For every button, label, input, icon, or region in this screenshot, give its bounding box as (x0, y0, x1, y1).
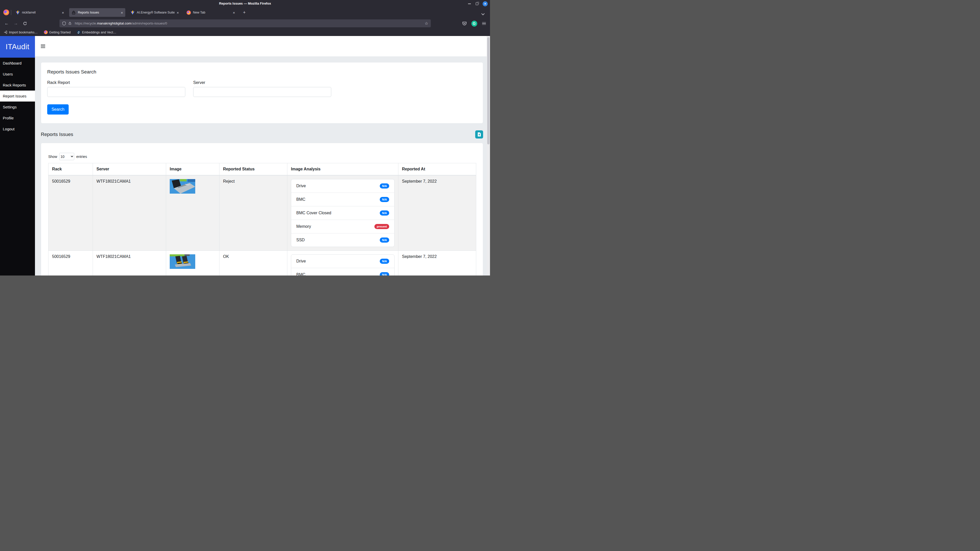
tab-label: Reports Issues (78, 11, 119, 14)
grammarly-extension-button[interactable]: G (471, 20, 478, 27)
firefox-icon (3, 10, 9, 15)
status-badge: N/A (380, 210, 389, 216)
analysis-item: SSD N/A (291, 233, 394, 247)
sidebar: ITAudit Dashboard Users Rack Reports Rep… (0, 36, 35, 275)
status-badge: N/A (380, 259, 389, 264)
page-viewport: ITAudit Dashboard Users Rack Reports Rep… (0, 36, 487, 275)
url-bar[interactable]: https://recycle.manaknightdigital.com/ad… (59, 19, 431, 27)
sidebar-item-logout[interactable]: Logout (0, 124, 35, 135)
status-badge: N/A (380, 197, 389, 202)
page-topbar (35, 36, 487, 56)
analysis-item: BMC N/A (291, 268, 394, 275)
rack-report-label: Rack Report (47, 80, 185, 85)
col-rack: Rack (48, 163, 93, 176)
maximize-button[interactable] (474, 1, 480, 6)
file-download-icon (477, 132, 481, 137)
manaknight-logo-icon (130, 11, 135, 15)
minimize-button[interactable] (466, 1, 472, 6)
tab-close-icon[interactable]: × (62, 11, 64, 15)
reload-button[interactable] (21, 20, 29, 27)
sidebar-item-settings[interactable]: Settings (0, 102, 35, 113)
python-circle-icon (77, 30, 81, 34)
bookmark-getting-started[interactable]: Getting Started (44, 30, 71, 34)
navigation-toolbar: ← → https://recycle.manaknightdigital.co… (0, 18, 490, 29)
back-button[interactable]: ← (3, 20, 10, 27)
tab-ai-energy[interactable]: AI.Energy® Software Suite × (128, 8, 181, 17)
sidebar-item-users[interactable]: Users (0, 68, 35, 79)
image-cell (166, 175, 220, 251)
status-badge: N/A (380, 272, 389, 275)
server-photo-thumbnail[interactable] (170, 179, 195, 194)
list-all-tabs-button[interactable] (482, 11, 485, 14)
tab-nickfarrell[interactable]: nickfarrell × (13, 8, 66, 17)
bookmark-star-icon[interactable]: ☆ (425, 21, 428, 26)
analysis-item: Drive N/A (291, 254, 394, 268)
analysis-item: BMC N/A (291, 192, 394, 206)
reports-table: Rack Server Image Reported Status Image … (48, 163, 476, 275)
sidebar-item-report-issues[interactable]: Report Issues (0, 91, 35, 102)
tab-close-icon[interactable]: × (233, 11, 235, 15)
server-input[interactable] (193, 87, 331, 97)
show-label: Show (48, 155, 57, 159)
app-brand: ITAudit (0, 36, 35, 58)
new-tab-button[interactable]: + (243, 10, 246, 15)
tab-close-icon[interactable]: × (121, 11, 123, 15)
pocket-icon (462, 21, 467, 26)
search-button[interactable]: Search (47, 104, 68, 114)
lock-icon[interactable] (68, 21, 72, 25)
tab-new-tab[interactable]: New Tab × (184, 8, 237, 17)
tab-close-icon[interactable]: × (177, 11, 179, 15)
server-field-group: Server (193, 75, 331, 97)
shield-icon[interactable] (62, 21, 66, 25)
status-badge: N/A (380, 238, 389, 243)
bookmark-import-bookmarks[interactable]: Import bookmarks… (3, 30, 38, 34)
window-titlebar: Reports Issues — Mozilla Firefox × (0, 0, 490, 7)
grammarly-icon: G (471, 21, 477, 27)
bookmark-label: Import bookmarks… (9, 30, 38, 34)
sidebar-item-dashboard[interactable]: Dashboard (0, 58, 35, 68)
sidebar-item-profile[interactable]: Profile (0, 113, 35, 124)
reports-section-title: Reports Issues (41, 132, 73, 137)
status-badge: N/A (380, 183, 389, 189)
rack-report-field-group: Rack Report (47, 75, 185, 97)
url-domain: manaknightdigital.com (97, 21, 131, 25)
page-size-select[interactable]: 10 (59, 153, 74, 160)
reload-icon (23, 21, 27, 25)
sidebar-item-rack-reports[interactable]: Rack Reports (0, 79, 35, 91)
app-menu-button[interactable] (480, 20, 487, 27)
export-button[interactable] (475, 130, 483, 138)
tab-separator (11, 10, 11, 15)
tab-bar: nickfarrell × Reports Issues × AI.Energy… (0, 7, 490, 18)
rack-report-input[interactable] (47, 87, 185, 97)
window-title: Reports Issues — Mozilla Firefox (0, 2, 490, 5)
analysis-item: BMC Cover Closed N/A (291, 206, 394, 220)
col-server: Server (93, 163, 166, 176)
bookmark-label: Embeddings and Vect… (82, 30, 116, 34)
server-photo-thumbnail[interactable] (170, 254, 195, 269)
hamburger-menu-icon (482, 22, 486, 25)
entries-label: entries (76, 155, 87, 159)
image-analysis-cell: Drive N/A BMC N/A BMC Cover Closed (287, 175, 398, 251)
bookmark-embeddings[interactable]: Embeddings and Vect… (77, 30, 116, 34)
url-path: /admin/reports-issues/0 (131, 21, 167, 25)
bookmarks-toolbar: Import bookmarks… Getting Started Embedd… (0, 29, 490, 36)
pocket-button[interactable] (461, 20, 468, 27)
rack-cell: 50016529 (48, 251, 93, 276)
server-cell: WTF18021CAMA1 (93, 251, 166, 276)
analysis-item: Memory present (291, 220, 394, 233)
tab-label: nickfarrell (22, 11, 60, 14)
scrollbar[interactable] (487, 36, 490, 275)
col-image-analysis: Image Analysis (287, 163, 398, 176)
search-panel-title: Reports Issues Search (47, 69, 477, 75)
page-size-control: Show 10 entries (48, 153, 476, 160)
url-scheme: https://recycle. (75, 21, 97, 25)
tab-reports-issues[interactable]: Reports Issues × (69, 8, 125, 17)
maximize-icon (476, 3, 478, 5)
scrollbar-thumb[interactable] (487, 37, 490, 144)
analysis-list: Drive N/A BMC N/A (291, 254, 395, 275)
close-button[interactable]: × (482, 1, 488, 6)
sidebar-toggle-button[interactable] (41, 44, 45, 48)
col-reported-at: Reported At (398, 163, 476, 176)
col-reported-status: Reported Status (220, 163, 287, 176)
forward-button[interactable]: → (12, 20, 19, 27)
